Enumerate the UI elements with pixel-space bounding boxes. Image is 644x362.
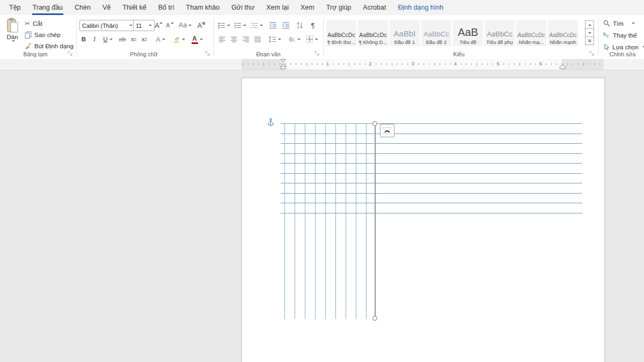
bullets-button[interactable] xyxy=(217,20,231,31)
text-effects-button[interactable]: A xyxy=(153,34,167,45)
selection-handle-top[interactable] xyxy=(372,121,377,126)
increase-indent-button[interactable] xyxy=(280,20,291,31)
justify-button[interactable] xyxy=(252,34,263,45)
font-color-button[interactable]: A xyxy=(189,34,205,45)
line-spacing-button[interactable] xyxy=(267,34,282,45)
numbering-caret-icon xyxy=(243,25,246,26)
tab-layout[interactable]: Bố trí xyxy=(152,0,180,15)
font-size-combo[interactable]: 11 xyxy=(133,20,155,31)
styles-more-button[interactable] xyxy=(585,36,594,45)
table-grid-vline xyxy=(325,123,326,319)
superscript-button[interactable]: x2 xyxy=(140,34,149,45)
borders-button[interactable] xyxy=(304,34,320,45)
decrease-indent-button[interactable] xyxy=(267,20,278,31)
format-painter-button[interactable]: Bút Định dạng xyxy=(24,41,75,51)
style-card-no-spacing[interactable]: AaBbCcDc¶ Không D... xyxy=(358,20,388,46)
align-right-button[interactable] xyxy=(240,34,251,45)
tab-home[interactable]: Trang đầu xyxy=(27,0,69,15)
clipboard-group-label: Bảng tạm xyxy=(24,51,48,57)
style-card-subtitle[interactable]: AaBbCcTiêu đề phụ xyxy=(485,20,515,46)
selected-line-shape[interactable] xyxy=(375,123,376,318)
borders-caret-icon xyxy=(315,39,318,40)
find-button[interactable]: Tìm xyxy=(602,18,636,28)
clear-formatting-button[interactable]: A xyxy=(195,20,207,31)
styles-dialog-launcher[interactable] xyxy=(589,51,596,57)
style-preview: AaBbCcDc xyxy=(549,32,576,38)
tab-acrobat[interactable]: Acrobat xyxy=(357,0,392,15)
highlight-button[interactable] xyxy=(171,34,187,45)
tab-file[interactable]: Tệp xyxy=(3,0,27,15)
show-marks-button[interactable]: ¶ xyxy=(308,20,318,31)
shrink-font-button[interactable]: A xyxy=(165,20,175,31)
clipboard-dialog-launcher[interactable] xyxy=(68,51,74,57)
paragraph-dialog-launcher[interactable] xyxy=(314,51,321,57)
layout-options-button[interactable] xyxy=(380,124,394,137)
subscript-button[interactable]: x2 xyxy=(129,34,138,45)
increase-indent-icon xyxy=(282,22,290,29)
align-left-button[interactable] xyxy=(217,34,228,45)
editing-group-label: Chỉnh sửa xyxy=(610,51,635,57)
tab-insert[interactable]: Chèn xyxy=(69,0,97,15)
strikethrough-button[interactable]: ab xyxy=(117,34,128,45)
tab-view[interactable]: Xem xyxy=(295,0,320,15)
font-name-combo[interactable]: Calibri (Thân) xyxy=(79,20,135,31)
table-grid-hline xyxy=(281,123,582,124)
style-card-emphasis[interactable]: AaBbCcDcNhấn mạnh xyxy=(548,20,578,46)
chevron-up-icon xyxy=(588,24,591,26)
ruler-tick xyxy=(434,63,435,66)
bold-button[interactable]: B xyxy=(79,34,88,45)
table-grid-vline xyxy=(284,123,285,319)
paste-button[interactable]: Dán xyxy=(3,18,22,55)
italic-button[interactable]: I xyxy=(90,34,99,45)
change-case-button[interactable]: Aa xyxy=(178,20,192,31)
ruler-tick xyxy=(477,63,477,66)
style-preview: AaBbCcDc xyxy=(359,32,386,38)
table-grid-hline xyxy=(281,193,582,194)
document-page[interactable] xyxy=(241,78,605,362)
align-center-icon xyxy=(230,36,238,43)
shading-button[interactable] xyxy=(287,34,302,45)
decrease-indent-icon xyxy=(269,22,277,29)
table-grid-hline xyxy=(281,153,582,154)
scissors-icon: ✂ xyxy=(25,20,30,27)
tab-draw[interactable]: Vẽ xyxy=(97,0,116,15)
style-card-normal[interactable]: AaBbCcDc¶ Bình thư... xyxy=(326,20,356,46)
style-card-title[interactable]: AaBTiêu đề xyxy=(453,20,483,46)
align-center-button[interactable] xyxy=(229,34,239,45)
ruler-tick xyxy=(306,63,307,66)
cut-button[interactable]: ✂ Cắt xyxy=(24,18,43,28)
tab-help[interactable]: Trợ giúp xyxy=(320,0,357,15)
ruler-tick xyxy=(461,63,462,65)
multilevel-list-button[interactable] xyxy=(249,20,264,31)
underline-button[interactable]: U xyxy=(101,34,115,45)
style-label: Tiêu đề xyxy=(459,39,476,45)
ruler-tick xyxy=(376,63,376,65)
ruler-tick xyxy=(253,63,253,65)
grow-font-button[interactable]: A xyxy=(153,20,164,31)
font-dialog-launcher[interactable] xyxy=(205,51,211,57)
sort-button[interactable]: AZ xyxy=(294,20,306,31)
style-card-subtle-emphasis[interactable]: AaBbCcDcNhấn mạ... xyxy=(516,20,546,46)
table-grid-hline xyxy=(281,183,582,183)
replace-button[interactable]: b c Thay thế xyxy=(602,30,638,40)
table-grid-vline xyxy=(295,123,295,319)
sort-icon: AZ xyxy=(297,21,303,29)
copy-button[interactable]: Sao chép xyxy=(24,29,62,40)
tab-design[interactable]: Thiết kế xyxy=(116,0,152,15)
numbering-button[interactable] xyxy=(233,20,247,31)
indent-markers[interactable] xyxy=(280,59,287,70)
style-card-heading1[interactable]: AaBbIĐầu đề 1 xyxy=(390,20,420,46)
style-label: ¶ Không D... xyxy=(359,39,387,45)
select-caret-icon xyxy=(642,46,644,48)
horizontal-ruler[interactable]: 123456 xyxy=(0,59,644,70)
tab-mailings[interactable]: Gửi thư xyxy=(225,0,260,15)
ruler-tick xyxy=(567,63,568,65)
styles-scroll-up-button[interactable] xyxy=(585,20,594,29)
right-indent-marker[interactable] xyxy=(559,64,566,69)
style-card-heading2[interactable]: AaBbCcĐầu đề 2 xyxy=(421,20,451,46)
styles-scroll-down-button[interactable] xyxy=(585,28,594,37)
tab-shape-format[interactable]: Định dạng hình xyxy=(392,0,449,15)
tab-references[interactable]: Tham khảo xyxy=(180,0,226,15)
tab-review[interactable]: Xem lại xyxy=(260,0,295,15)
selection-handle-bottom[interactable] xyxy=(372,316,377,321)
